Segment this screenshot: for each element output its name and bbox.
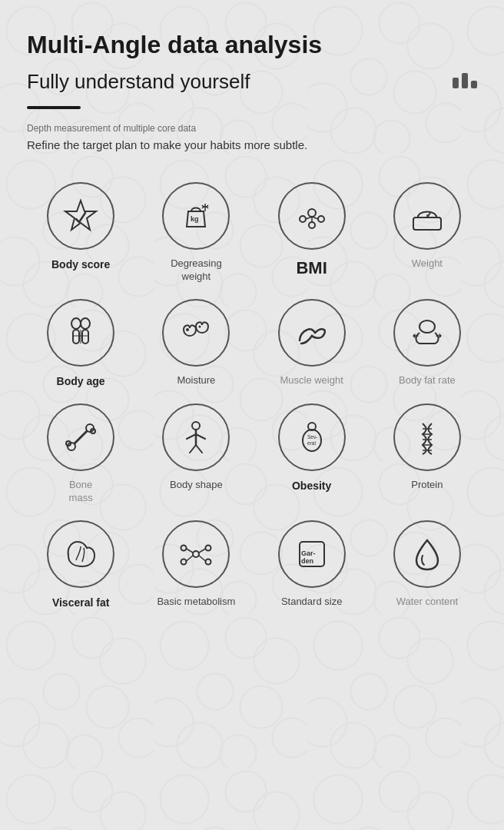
item-muscle-weight: Muscle weight [258, 299, 366, 388]
label-muscle-weight: Muscle weight [280, 374, 343, 387]
icon-protein [393, 403, 461, 471]
label-obesity: Obesity [292, 479, 331, 493]
item-standard-size: Gar- den Standard size [258, 520, 366, 609]
svg-line-31 [190, 445, 196, 453]
svg-point-45 [181, 559, 187, 564]
svg-point-44 [206, 545, 211, 550]
svg-point-16 [71, 318, 81, 329]
item-degreasing-weight: kg Degreasingweight [142, 182, 250, 284]
label-body-fat-rate: Body fat rate [399, 374, 456, 387]
icon-body-fat-rate [393, 299, 461, 367]
svg-point-4 [318, 216, 324, 222]
icon-visceral-fat [47, 520, 114, 588]
label-body-score: Body score [51, 257, 110, 271]
icon-standard-size: Gar- den [278, 520, 346, 588]
svg-line-6 [306, 217, 312, 219]
svg-line-47 [187, 549, 194, 553]
item-obesity: Sev- eral Obesity [258, 403, 366, 505]
svg-point-19 [199, 325, 201, 327]
item-body-age: Body age [27, 299, 134, 388]
icon-muscle-weight [278, 299, 346, 367]
svg-point-21 [419, 320, 435, 333]
svg-line-50 [199, 556, 206, 561]
label-weight: Weight [412, 257, 443, 271]
svg-rect-14 [73, 330, 79, 344]
item-body-score: Body score [27, 182, 134, 284]
svg-text:Gar-: Gar- [301, 549, 316, 557]
bar-chart-icon [453, 73, 477, 88]
item-water-content: Water content [373, 520, 481, 609]
svg-text:den: den [301, 557, 313, 565]
item-visceral-fat: Visceral fat [27, 520, 134, 609]
icon-body-score [47, 182, 114, 250]
svg-point-23 [68, 443, 75, 450]
label-body-age: Body age [57, 374, 105, 388]
divider [27, 106, 81, 109]
item-body-fat-rate: Body fat rate [373, 299, 481, 388]
item-bone-mass: Bonemass [27, 403, 134, 505]
svg-line-30 [196, 434, 205, 439]
svg-line-22 [75, 431, 87, 443]
svg-line-32 [196, 445, 202, 453]
svg-text:kg: kg [191, 215, 199, 223]
label-standard-size: Standard size [281, 596, 343, 609]
svg-point-3 [300, 216, 306, 222]
label-protein: Protein [411, 479, 443, 492]
svg-point-2 [308, 209, 316, 217]
svg-point-18 [186, 328, 189, 331]
item-basic-metabolism: Basic metabolism [142, 520, 250, 609]
svg-text:eral: eral [307, 440, 316, 446]
label-body-shape: Body shape [170, 479, 223, 492]
icon-moisture [162, 299, 230, 367]
icon-water-content [393, 520, 461, 588]
label-moisture: Moisture [177, 374, 215, 387]
svg-rect-15 [82, 330, 88, 344]
icon-degreasing-weight: kg [162, 182, 230, 250]
metrics-grid: Body score kg Degreasingweight [27, 182, 481, 609]
icon-bmi [278, 182, 346, 250]
label-bmi: BMI [296, 257, 327, 280]
svg-line-49 [187, 556, 194, 561]
svg-marker-0 [65, 201, 96, 230]
label-bone-mass: Bonemass [69, 479, 93, 505]
icon-body-age [47, 299, 114, 367]
svg-point-43 [181, 545, 187, 550]
svg-rect-9 [413, 217, 441, 230]
svg-point-27 [192, 422, 200, 430]
svg-point-17 [81, 318, 90, 329]
label-degreasing-weight: Degreasingweight [171, 257, 222, 284]
item-protein: Protein [373, 403, 481, 505]
icon-weight [393, 182, 461, 250]
item-moisture: Moisture [142, 299, 250, 388]
icon-basic-metabolism [162, 520, 230, 588]
icon-bone-mass [47, 403, 114, 471]
desc-main: Refine the target plan to make your habi… [27, 138, 481, 151]
main-title: Multi-Angle data analysis [27, 31, 481, 59]
svg-line-7 [312, 217, 318, 219]
svg-text:Sev-: Sev- [307, 434, 317, 440]
item-bmi: BMI [258, 182, 366, 284]
svg-point-42 [193, 551, 199, 557]
svg-line-29 [187, 434, 196, 439]
item-body-shape: Body shape [142, 403, 250, 505]
svg-point-5 [309, 222, 315, 228]
subtitle: Fully understand yourself [27, 70, 481, 94]
label-visceral-fat: Visceral fat [52, 596, 109, 609]
desc-small: Depth measurement of multiple core data [27, 123, 481, 134]
icon-body-shape [162, 403, 230, 471]
item-weight: Weight [373, 182, 481, 284]
svg-point-46 [206, 559, 211, 564]
svg-point-25 [86, 424, 94, 432]
label-water-content: Water content [396, 596, 458, 609]
icon-obesity: Sev- eral [278, 403, 346, 471]
label-basic-metabolism: Basic metabolism [157, 596, 235, 609]
svg-line-48 [199, 549, 206, 553]
